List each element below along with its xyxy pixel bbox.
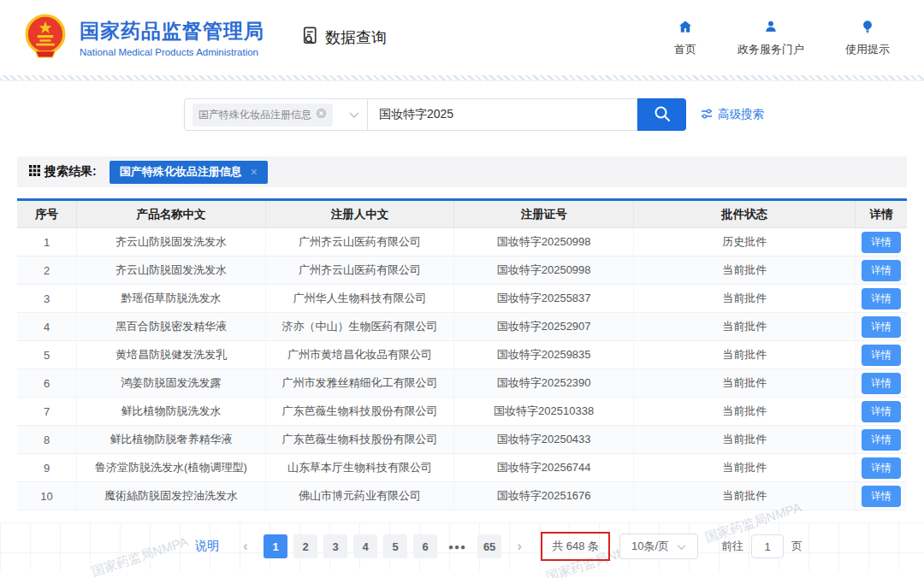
page: 国家药品监督管理局 National Medical Products Admi…	[0, 0, 924, 578]
last-page-button[interactable]: 65	[477, 534, 501, 558]
page-button-3[interactable]: 3	[323, 534, 347, 558]
detail-button[interactable]: 详情	[862, 345, 901, 366]
page-size-select[interactable]: 10条/页	[619, 534, 698, 559]
results-table: 序号 产品名称中文 注册人中文 注册证号 批件状态 详情 1齐云山防脱固发洗发水…	[17, 198, 907, 510]
goto-suffix: 页	[791, 539, 803, 554]
page-button-4[interactable]: 4	[353, 534, 377, 558]
approval-status: 当前批件	[634, 426, 856, 454]
approval-status: 当前批件	[634, 482, 856, 510]
table-row: 10魔術絲防脱固发控油洗发水佛山市博元药业有限公司国妆特字20251676当前批…	[17, 482, 907, 510]
detail-button[interactable]: 详情	[862, 373, 901, 394]
detail-button[interactable]: 详情	[862, 260, 901, 281]
detail-button[interactable]: 详情	[862, 316, 901, 338]
product-name: 黔瑶佰草防脱洗发水	[77, 285, 265, 313]
approval-status: 历史批件	[634, 228, 856, 257]
table-row: 1齐云山防脱固发洗发水广州齐云山医药有限公司国妆特字20250998历史批件详情	[17, 228, 907, 257]
ellipsis-button[interactable]: ●●●	[443, 534, 471, 558]
total-count: 共 648 条	[541, 532, 610, 561]
close-icon[interactable]: ×	[251, 165, 258, 179]
table-body: 1齐云山防脱固发洗发水广州齐云山医药有限公司国妆特字20250998历史批件详情…	[17, 228, 907, 510]
table-row: 9鲁济堂防脱洗发水(植物调理型)山东草本厅生物科技有限公司国妆特字2025674…	[17, 454, 907, 482]
col-header-status: 批件状态	[634, 200, 856, 228]
table-row: 3黔瑶佰草防脱洗发水广州华人生物科技有限公司国妆特字20255837当前批件详情	[17, 285, 907, 313]
nav-label: 使用提示	[845, 42, 890, 57]
table-row: 5黄培昌防脱健发洗发乳广州市黄培昌化妆品有限公司国妆特字20259835当前批件…	[17, 341, 907, 369]
col-header-registrant: 注册人中文	[265, 200, 453, 228]
col-header-index: 序号	[17, 200, 77, 228]
row-index: 10	[17, 482, 77, 510]
cert-number: 国妆特字20256744	[454, 454, 634, 482]
category-select[interactable]: 国产特殊化妆品注册信息	[184, 98, 368, 131]
detail-cell: 详情	[856, 228, 907, 257]
nav-item-portal[interactable]: 政务服务门户	[737, 19, 804, 57]
prev-page-button[interactable]: ‹	[234, 534, 258, 558]
registrant-name: 广州齐云山医药有限公司	[265, 228, 453, 257]
cert-number: 国妆特字20251676	[454, 482, 634, 510]
product-name: 鲜比植物防脱洗发水	[77, 398, 265, 426]
note-link[interactable]: 说明	[195, 539, 219, 554]
registrant-name: 佛山市博元药业有限公司	[265, 482, 453, 510]
header: 国家药品监督管理局 National Medical Products Admi…	[0, 0, 924, 75]
approval-status: 当前批件	[634, 257, 856, 285]
product-name: 黑百合防脱密发精华液	[77, 313, 265, 341]
category-tag[interactable]: 国产特殊化妆品注册信息	[192, 103, 333, 127]
page-button-5[interactable]: 5	[383, 534, 407, 558]
cert-number: 国妆特字20252390	[454, 369, 634, 398]
close-circle-icon[interactable]	[316, 108, 327, 121]
page-button-2[interactable]: 2	[293, 534, 317, 558]
pagination: 说明 ‹ 123456 ●●● 65 › 共 648 条 10条/页 前往 页	[0, 522, 924, 570]
org-title: 国家药品监督管理局	[80, 18, 264, 44]
search-button[interactable]	[637, 98, 686, 131]
grid-icon	[29, 165, 40, 179]
registrant-name: 广东芭薇生物科技股份有限公司	[265, 398, 453, 426]
row-index: 7	[17, 398, 77, 426]
table-row: 8鲜比植物防脱奢养精华液广东芭薇生物科技股份有限公司国妆特字20250433当前…	[17, 426, 907, 454]
detail-button[interactable]: 详情	[862, 429, 901, 451]
detail-cell: 详情	[856, 369, 907, 398]
document-search-icon	[300, 26, 320, 50]
results-label: 搜索结果:	[29, 164, 97, 180]
table-row: 6鸿姜防脱固发洗发露广州市发雅丝精细化工有限公司国妆特字20252390当前批件…	[17, 369, 907, 398]
detail-button[interactable]: 详情	[862, 401, 901, 422]
goto-prefix: 前往	[721, 539, 743, 554]
page-buttons: 123456	[264, 534, 437, 558]
user-icon	[762, 19, 779, 38]
search-input[interactable]	[368, 98, 637, 131]
row-index: 3	[17, 285, 77, 313]
row-index: 2	[17, 257, 77, 285]
row-index: 4	[17, 313, 77, 341]
approval-status: 当前批件	[634, 285, 856, 313]
filter-tag[interactable]: 国产特殊化妆品注册信息 ×	[110, 161, 268, 184]
table-header-row: 序号 产品名称中文 注册人中文 注册证号 批件状态 详情	[17, 200, 907, 228]
page-button-1[interactable]: 1	[264, 534, 287, 558]
registrant-name: 济亦（中山）生物医药有限公司	[265, 313, 453, 341]
detail-button[interactable]: 详情	[862, 457, 901, 479]
col-header-cert: 注册证号	[454, 200, 634, 228]
page-size-value: 10条/页	[631, 539, 669, 554]
cert-number: 国妆特字20250998	[454, 228, 634, 257]
bulb-icon	[859, 19, 876, 38]
table-row: 7鲜比植物防脱洗发水广东芭薇生物科技股份有限公司国妆特字202510338当前批…	[17, 398, 907, 426]
search-section: 国产特殊化妆品注册信息 高级搜索	[184, 98, 924, 131]
registrant-name: 广州市发雅丝精细化工有限公司	[265, 369, 453, 398]
page-button-6[interactable]: 6	[413, 534, 437, 558]
org-subtitle: National Medical Products Administration	[80, 47, 264, 57]
detail-button[interactable]: 详情	[862, 288, 901, 310]
detail-cell: 详情	[856, 285, 907, 313]
category-tag-label: 国产特殊化妆品注册信息	[198, 108, 311, 122]
detail-button[interactable]: 详情	[862, 232, 901, 253]
detail-cell: 详情	[856, 426, 907, 454]
next-page-button[interactable]: ›	[507, 534, 531, 558]
advanced-search-link[interactable]: 高级搜索	[701, 107, 764, 122]
results-label-text: 搜索结果:	[44, 164, 97, 180]
registrant-name: 广州市黄培昌化妆品有限公司	[265, 341, 453, 369]
registrant-name: 山东草本厅生物科技有限公司	[265, 454, 453, 482]
nav-item-home[interactable]: 首页	[674, 19, 696, 57]
home-icon	[677, 19, 694, 38]
hatched-divider	[0, 75, 924, 81]
detail-button[interactable]: 详情	[862, 486, 901, 507]
approval-status: 当前批件	[634, 369, 856, 398]
goto-page-input[interactable]	[751, 534, 784, 558]
cert-number: 国妆特字20250433	[454, 426, 634, 454]
nav-item-tips[interactable]: 使用提示	[845, 19, 890, 57]
